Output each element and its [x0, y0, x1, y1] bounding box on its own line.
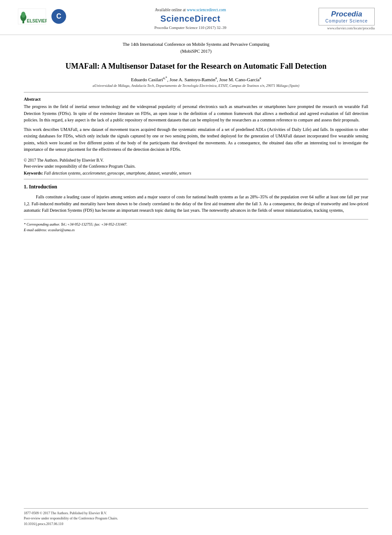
- intro-text: Falls constitute a leading cause of inju…: [24, 194, 368, 214]
- abstract-label: Abstract: [24, 97, 368, 102]
- conference-title: The 14th International Conference on Mob…: [24, 41, 368, 55]
- keywords-label: Keywords:: [24, 171, 43, 175]
- header-center: Available online at www.sciencedirect.co…: [67, 8, 314, 30]
- header-left: ELSEVIER C: [17, 8, 67, 26]
- introduction-section: 1. Introduction Falls constitute a leadi…: [24, 184, 368, 214]
- abstract-paragraph1: The progress in the field of inertial se…: [24, 103, 368, 124]
- footer-text: 1877-0509 © 2017 The Authors. Published …: [24, 511, 368, 527]
- sciencedirect-title: ScienceDirect: [160, 14, 220, 24]
- authors: Eduardo Casilaria,*, Jose A. Santoyo-Ram…: [24, 76, 368, 82]
- footer-doi: 10.1016/j.procs.2017.06.110: [24, 522, 368, 527]
- elsevier-logo: ELSEVIER: [17, 8, 47, 26]
- footer-hr: [24, 508, 368, 509]
- affiliation: aUniversidad de Málaga, Andalucía Tech, …: [24, 83, 368, 88]
- page: ELSEVIER C Available online at www.scien…: [0, 0, 392, 535]
- keywords-values: Fall detection systems, accelerometer, g…: [44, 171, 191, 175]
- copyright-text: © 2017 The Authors. Published by Elsevie…: [24, 157, 368, 170]
- keywords-line: Keywords: Fall detection systems, accele…: [24, 171, 368, 175]
- svg-text:C: C: [56, 13, 61, 20]
- footnote-email: E-mail address: ecasilari@uma.es: [24, 227, 368, 233]
- journal-name: Procedia Computer Science 110 (2017) 32–…: [154, 25, 226, 30]
- divider-top: [24, 92, 368, 92]
- page-footer: 1877-0509 © 2017 The Authors. Published …: [24, 508, 368, 527]
- procedia-url: www.elsevier.com/locate/procedia: [327, 26, 375, 30]
- header-right: Procedia Computer Science www.elsevier.c…: [314, 8, 375, 30]
- paper-title: UMAFall: A Multisensor Dataset for the R…: [24, 61, 368, 72]
- divider-bottom: [24, 179, 368, 179]
- footnote-corresponding: * Corresponding author. Tel.:+34-952-132…: [24, 222, 368, 227]
- procedia-subtitle: Computer Science: [322, 19, 371, 23]
- svg-point-3: [21, 12, 25, 18]
- footer-peer-review: Peer-review under responsibility of the …: [24, 516, 368, 522]
- intro-paragraph1: Falls constitute a leading cause of inju…: [24, 194, 368, 214]
- crossmark-logo: C: [51, 9, 67, 25]
- conference-name: The 14th International Conference on Mob…: [123, 42, 270, 47]
- conference-short: (MobiSPC 2017): [180, 49, 211, 54]
- intro-heading: 1. Introduction: [24, 184, 368, 190]
- header: ELSEVIER C Available online at www.scien…: [0, 0, 392, 35]
- main-content: The 14th International Conference on Mob…: [0, 41, 392, 241]
- copyright-line1: © 2017 The Authors. Published by Elsevie…: [24, 157, 368, 163]
- abstract-section: Abstract The progress in the field of in…: [24, 97, 368, 153]
- abstract-text: The progress in the field of inertial se…: [24, 103, 368, 153]
- procedia-box: Procedia Computer Science: [319, 8, 375, 25]
- abstract-paragraph2: This work describes UMAFall, a new datas…: [24, 126, 368, 153]
- footnote-section: * Corresponding author. Tel.:+34-952-132…: [24, 219, 368, 233]
- svg-text:ELSEVIER: ELSEVIER: [27, 19, 47, 23]
- copyright-line2: Peer-review under responsibility of the …: [24, 163, 368, 169]
- logos-row: ELSEVIER C: [17, 8, 67, 26]
- procedia-title: Procedia: [322, 10, 371, 19]
- footer-issn: 1877-0509 © 2017 The Authors. Published …: [24, 511, 368, 516]
- sciencedirect-link[interactable]: www.sciencedirect.com: [187, 8, 226, 12]
- available-label: Available online at: [155, 8, 186, 12]
- available-online-text: Available online at www.sciencedirect.co…: [155, 8, 226, 12]
